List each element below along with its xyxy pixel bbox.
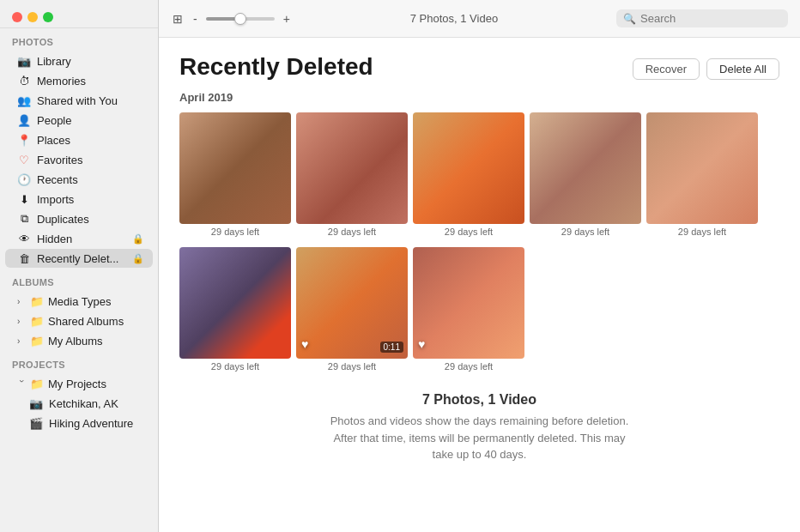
photo-grid-row1: 29 days left 29 days left 29 days left 2… [179, 112, 779, 237]
sidebar-item-label: Ketchikan, AK [49, 397, 144, 410]
my-albums-icon: 📁 [30, 334, 44, 348]
recents-icon: 🕐 [17, 172, 31, 186]
sidebar: Photos 📷 Library ⏱ Memories 👥 Shared wit… [0, 0, 159, 532]
photo-grid-row2: 29 days left ♥ 0:11 29 days left ♥ 29 da… [179, 247, 779, 372]
sidebar-item-label: Library [37, 55, 144, 68]
photo-item[interactable]: 29 days left [179, 112, 291, 237]
photo-days-left: 29 days left [179, 227, 291, 237]
favorite-heart-icon: ♥ [301, 337, 308, 351]
sidebar-item-duplicates[interactable]: ⧉ Duplicates [5, 209, 153, 228]
sidebar-item-hiking[interactable]: 🎬 Hiking Adventure [5, 414, 153, 432]
minimize-button[interactable] [27, 12, 38, 22]
albums-section-label: Albums [0, 269, 158, 291]
memories-icon: ⏱ [17, 74, 31, 88]
photo-item[interactable]: 29 days left [530, 112, 641, 237]
photo-days-left: 29 days left [413, 227, 524, 237]
sidebar-item-memories[interactable]: ⏱ Memories [5, 71, 153, 90]
sidebar-group-media-types[interactable]: › 📁 Media Types [5, 292, 153, 311]
sidebar-item-people[interactable]: 👤 People [5, 111, 153, 130]
sidebar-item-ketchikan[interactable]: 📷 Ketchikan, AK [5, 394, 153, 413]
sidebar-item-hidden[interactable]: 👁 Hidden 🔒 [5, 229, 153, 248]
content-area: Recently Deleted Recover Delete All Apri… [159, 38, 800, 532]
video-duration-badge: 0:11 [380, 342, 403, 353]
photo-item[interactable]: 29 days left [296, 112, 408, 237]
photo-thumbnail [413, 112, 524, 224]
photo-thumbnail [179, 112, 291, 224]
chevron-right-icon: › [17, 317, 26, 326]
close-button[interactable] [12, 12, 22, 22]
page-header: Recently Deleted Recover Delete All [179, 53, 779, 81]
chevron-right-icon: › [17, 336, 26, 346]
sidebar-item-recently-deleted[interactable]: 🗑 Recently Delet... 🔒 [5, 249, 153, 268]
footer-title: 7 Photos, 1 Video [179, 392, 779, 408]
lock-icon: 🔒 [132, 233, 144, 245]
toolbar-right: 🔍 [616, 9, 788, 27]
zoom-in-button[interactable]: + [282, 12, 292, 26]
section-date: April 2019 [179, 91, 779, 104]
chevron-down-icon: › [17, 379, 27, 388]
sidebar-group-shared-albums[interactable]: › 📁 Shared Albums [5, 311, 153, 330]
sidebar-item-shared-with-you[interactable]: 👥 Shared with You [5, 91, 153, 110]
delete-all-button[interactable]: Delete All [706, 58, 779, 80]
photo-thumbnail [296, 112, 408, 224]
sidebar-group-label: Shared Albums [48, 315, 124, 328]
sidebar-item-label: Hidden [37, 233, 126, 245]
zoom-slider[interactable] [206, 17, 275, 21]
search-box[interactable]: 🔍 [616, 9, 788, 27]
photo-item[interactable]: 29 days left [179, 247, 291, 372]
hidden-icon: 👁 [17, 232, 31, 245]
lock-icon-deleted: 🔒 [132, 253, 144, 264]
library-icon: 📷 [17, 54, 31, 68]
sidebar-item-label: Hiking Adventure [49, 417, 144, 430]
hiking-icon: 🎬 [29, 416, 43, 430]
photo-item[interactable]: ♥ 0:11 29 days left [296, 247, 408, 372]
sidebar-group-my-albums[interactable]: › 📁 My Albums [5, 331, 153, 350]
people-icon: 👤 [17, 113, 31, 127]
sidebar-item-recents[interactable]: 🕐 Recents [5, 170, 153, 189]
sidebar-item-library[interactable]: 📷 Library [5, 51, 153, 70]
photo-item[interactable]: ♥ 29 days left [413, 247, 524, 372]
sidebar-group-label: My Albums [48, 335, 103, 348]
header-buttons: Recover Delete All [633, 53, 779, 80]
sidebar-item-label: Shared with You [37, 94, 144, 107]
ketchikan-icon: 📷 [29, 396, 43, 410]
photo-days-left: 29 days left [179, 361, 291, 372]
sidebar-group-label: My Projects [48, 378, 106, 390]
sidebar-group-label: Media Types [48, 295, 111, 308]
photo-days-left: 29 days left [530, 227, 641, 237]
photo-days-left: 29 days left [296, 361, 408, 372]
sidebar-item-label: Memories [37, 75, 144, 88]
photo-thumbnail [413, 247, 524, 359]
toolbar-photo-count: 7 Photos, 1 Video [300, 12, 608, 25]
search-input[interactable] [640, 12, 781, 25]
recover-button[interactable]: Recover [633, 58, 700, 80]
sidebar-item-imports[interactable]: ⬇ Imports [5, 190, 153, 209]
sidebar-item-label: Recents [37, 173, 144, 186]
sidebar-item-places[interactable]: 📍 Places [5, 130, 153, 149]
photo-item[interactable]: 29 days left [413, 112, 524, 237]
main-content: ⊞ - + 7 Photos, 1 Video 🔍 Recently Delet… [159, 0, 800, 532]
page-title: Recently Deleted [179, 53, 373, 81]
chevron-right-icon: › [17, 297, 26, 306]
trash-icon: 🗑 [17, 251, 31, 265]
sidebar-item-label: Imports [37, 193, 144, 206]
toolbar: ⊞ - + 7 Photos, 1 Video 🔍 [159, 0, 800, 38]
zoom-out-button[interactable]: - [191, 12, 199, 26]
fullscreen-button[interactable] [43, 12, 53, 22]
sidebar-group-my-projects[interactable]: › 📁 My Projects [5, 374, 153, 393]
zoom-icon[interactable]: ⊞ [171, 12, 185, 26]
favorite-heart-icon: ♥ [418, 337, 425, 351]
imports-icon: ⬇ [17, 192, 31, 206]
search-icon: 🔍 [623, 13, 636, 25]
photo-days-left: 29 days left [296, 227, 408, 237]
my-projects-icon: 📁 [30, 377, 44, 390]
sidebar-item-favorites[interactable]: ♡ Favorites [5, 150, 153, 169]
footer-description: Photos and videos show the days remainin… [317, 413, 643, 463]
photo-thumbnail [530, 112, 641, 224]
photo-days-left: 29 days left [646, 227, 758, 237]
footer-note: 7 Photos, 1 Video Photos and videos show… [179, 392, 779, 481]
toolbar-left: ⊞ - + [171, 12, 292, 26]
sidebar-item-label: Duplicates [37, 213, 144, 226]
projects-section-label: Projects [0, 351, 158, 373]
photo-item[interactable]: 29 days left [646, 112, 758, 237]
